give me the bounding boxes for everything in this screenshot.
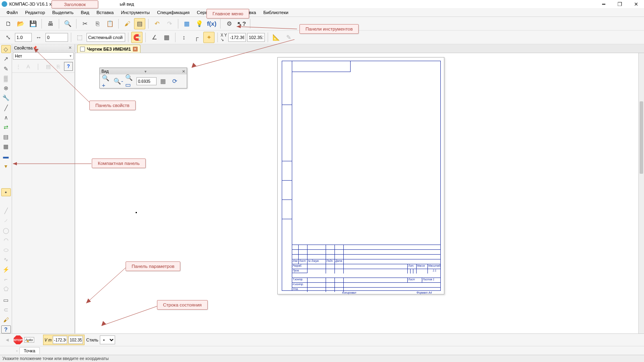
menu-libs[interactable]: Библиотеки (260, 9, 291, 16)
scale-input[interactable] (15, 33, 32, 42)
maximize-button[interactable]: ❐ (612, 0, 628, 8)
title-block: Изм Лист № докум. Подп. Дата Разраб. Лит… (292, 245, 441, 291)
format-painter-icon[interactable]: 🖌 (122, 18, 133, 29)
edit-icon[interactable]: ▒ (1, 74, 11, 82)
ellipse-tool-icon[interactable]: ⬭ (1, 246, 11, 254)
auto-create-button[interactable]: Auto (24, 337, 34, 343)
menu-file[interactable]: Файл (3, 9, 21, 16)
minimize-button[interactable]: ━ (596, 0, 612, 8)
more-icon[interactable]: ▾ (1, 162, 11, 170)
properties-title: Свойства (14, 45, 33, 50)
print-icon[interactable]: 🖶 (45, 18, 56, 29)
spline-tool-icon[interactable]: ∿ (1, 255, 11, 263)
point-tool-icon[interactable]: ● (1, 188, 11, 196)
vertical-scrollbar[interactable] (638, 53, 644, 333)
local-cs-icon[interactable]: ↕ (178, 32, 190, 43)
callout-props: Панель свойств (89, 101, 136, 110)
bezier-tool-icon[interactable]: ⚡ (1, 265, 11, 273)
select-icon[interactable]: ╱ (1, 103, 11, 111)
callout-toolbars: Панели инструментов (299, 24, 359, 34)
library-manager-icon[interactable]: ▦ (181, 18, 192, 29)
svg-marker-5 (13, 162, 17, 165)
menu-spec[interactable]: Спецификация (154, 9, 193, 16)
insert-icon[interactable]: ▦ (1, 142, 11, 150)
parameter-bar: ◄ STOP Auto V т Стиль • (0, 334, 644, 346)
manager-icon[interactable]: ⚙ (223, 18, 235, 29)
ortho-icon[interactable]: ∠ (149, 32, 160, 43)
cursor-point (136, 212, 137, 213)
title-suffix: ый вид (120, 2, 134, 6)
menu-insert[interactable]: Вставка (93, 9, 117, 16)
circle-tool-icon[interactable]: ◯ (1, 226, 11, 234)
view-close-icon[interactable]: ✕ (182, 69, 185, 74)
redo-icon[interactable]: ↷ (164, 18, 175, 29)
stop-button[interactable]: STOP (14, 335, 23, 344)
rect-select-icon[interactable]: ▭ (1, 296, 11, 304)
fx-icon[interactable]: f(x) (206, 18, 217, 29)
svg-line-2 (34, 48, 90, 103)
drawing-canvas[interactable]: Вид ▾ ✕ 🔍+ 🔍- 🔍▭ ▦ ⟳ (75, 53, 644, 333)
titlebar: КОМПАС-3D V16.1 x64 - Ч Заголовок ый вид… (0, 0, 644, 8)
cut-icon[interactable]: ✂ (79, 18, 91, 29)
param-x[interactable] (53, 336, 67, 344)
brush-icon[interactable]: 🖌 (1, 316, 11, 324)
line-tool-icon[interactable]: ╱ (1, 207, 11, 215)
callout-compact: Компактная панель (92, 158, 146, 168)
pan-icon[interactable]: ▦ (158, 76, 168, 86)
save-icon[interactable]: 💾 (27, 18, 39, 29)
svg-line-6 (86, 267, 126, 303)
geometry-icon[interactable]: ◇ (1, 45, 11, 53)
app-icon (2, 1, 7, 7)
view-toolbar-title[interactable]: Вид ▾ ✕ (100, 68, 187, 74)
rect-tool-icon[interactable]: ⌐ (1, 275, 11, 283)
tab-point[interactable]: Точка (19, 347, 40, 354)
grid-icon[interactable]: ▦ (161, 32, 172, 43)
view-dd-icon[interactable]: ▾ (144, 69, 147, 74)
menu-view[interactable]: Вид (78, 9, 93, 16)
polygon-tool-icon[interactable]: ⬠ (1, 285, 11, 293)
zoom-in-icon[interactable]: 🔍+ (101, 76, 112, 86)
layer-icon[interactable]: ⬚ (74, 32, 85, 43)
arc-tool-icon[interactable]: ◠ (1, 236, 11, 244)
svg-line-8 (101, 306, 159, 326)
help-icon[interactable]: ? (1, 325, 11, 333)
step-input[interactable] (45, 33, 68, 42)
assoc-icon[interactable]: ∧ (1, 113, 11, 121)
undo-icon[interactable]: ↶ (151, 18, 163, 29)
style-label: Стиль (86, 337, 98, 342)
step-icon[interactable]: ↔ (33, 32, 44, 43)
magnet-icon[interactable]: 🧲 (131, 32, 142, 43)
menu-tools[interactable]: Инструменты (118, 9, 153, 16)
open-icon[interactable]: 📂 (15, 18, 26, 29)
refresh-icon[interactable]: ⟳ (169, 76, 180, 86)
snap-step-icon[interactable]: ⤡ (2, 32, 14, 43)
menu-select[interactable]: Выделить (49, 9, 77, 16)
variables-icon[interactable]: 💡 (194, 18, 205, 29)
preview-icon[interactable]: 🔍 (62, 18, 73, 29)
zoom-out-icon[interactable]: 🔍- (113, 76, 124, 86)
dimensions-icon[interactable]: ↗ (1, 55, 11, 63)
view-toolbar[interactable]: Вид ▾ ✕ 🔍+ 🔍- 🔍▭ ▦ ⟳ (99, 68, 187, 88)
views-icon[interactable]: ▬ (1, 152, 11, 160)
annotations-icon[interactable]: ✎ (1, 64, 11, 72)
param-y[interactable] (68, 336, 83, 344)
copy-icon[interactable]: ⎘ (92, 18, 103, 29)
drawing-sheet: Изм Лист № докум. Подп. Дата Разраб. Лит… (277, 57, 444, 294)
properties-toggle-icon[interactable]: ▤ (134, 18, 145, 29)
zoom-window-icon[interactable]: 🔍▭ (125, 76, 135, 86)
layer-select[interactable] (87, 33, 125, 42)
menu-edit[interactable]: Редактор (22, 9, 48, 16)
tab-close-icon[interactable]: ✕ (133, 47, 138, 51)
prev-icon[interactable]: ◄ (2, 335, 12, 345)
parametrization-icon[interactable]: ⊗ (1, 84, 11, 92)
spec-icon[interactable]: ⇄ (1, 123, 11, 131)
new-icon[interactable]: 🗋 (2, 18, 14, 29)
free-icon[interactable]: ⊂ (1, 306, 11, 314)
aux-line-icon[interactable]: ⟋ (1, 216, 11, 224)
zoom-input[interactable] (136, 77, 157, 85)
reports-icon[interactable]: ▤ (1, 133, 11, 141)
paste-icon[interactable]: 📋 (104, 18, 116, 29)
measure2d-icon[interactable]: 🔧 (1, 94, 11, 102)
style-select[interactable]: • (100, 335, 115, 344)
close-button[interactable]: ✕ (628, 0, 644, 8)
